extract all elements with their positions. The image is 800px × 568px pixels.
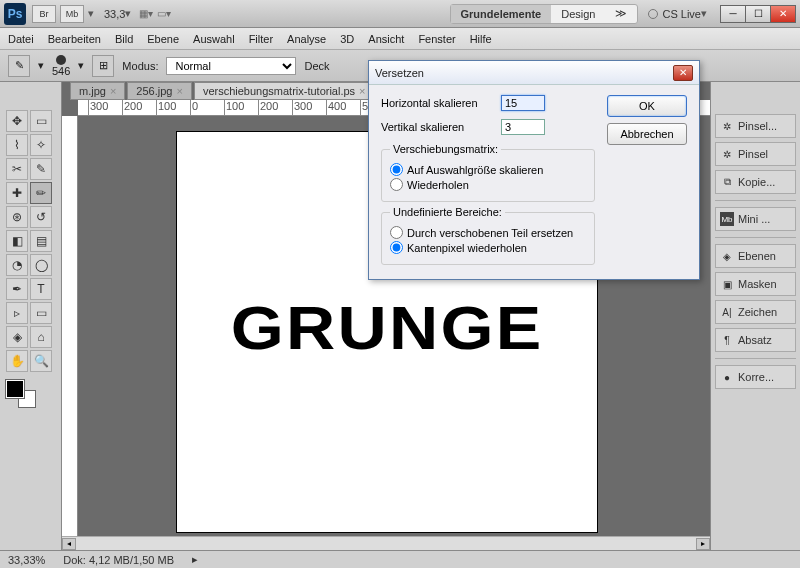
dialog-titlebar[interactable]: Versetzen ✕ (369, 61, 699, 85)
toolbox: ✥ ▭ ⌇ ✧ ✂ ✎ ✚ ✏ ⊛ ↺ ◧ ▤ ◔ ◯ ✒ T ▹ ▭ ◈ ⌂ … (0, 82, 62, 550)
blur-tool[interactable]: ◔ (6, 254, 28, 276)
wand-tool[interactable]: ✧ (30, 134, 52, 156)
v-scale-label: Vertikal skalieren (381, 121, 501, 133)
workspace-more[interactable]: ≫ (605, 5, 637, 23)
workspace-design[interactable]: Design (551, 5, 605, 23)
eyedropper-tool[interactable]: ✎ (30, 158, 52, 180)
pen-tool[interactable]: ✒ (6, 278, 28, 300)
menu-fenster[interactable]: Fenster (418, 33, 455, 45)
history-brush-tool[interactable]: ↺ (30, 206, 52, 228)
panel-pinsel[interactable]: ✲Pinsel (715, 142, 796, 166)
current-tool-icon[interactable]: ✎ (8, 55, 30, 77)
tab-tutorial[interactable]: verschiebungsmatrix-tutorial.ps× (194, 82, 375, 100)
h-scale-label: Horizontal skalieren (381, 97, 501, 109)
shape-tool[interactable]: ▭ (30, 302, 52, 324)
opacity-label: Deck (304, 60, 329, 72)
h-scale-input[interactable] (501, 95, 545, 111)
close-icon[interactable]: × (359, 85, 365, 97)
status-more-icon[interactable]: ▸ (192, 553, 198, 566)
panel-pinsel-presets[interactable]: ✲Pinsel... (715, 114, 796, 138)
menu-ansicht[interactable]: Ansicht (368, 33, 404, 45)
app-logo: Ps (4, 3, 26, 25)
v-scale-input[interactable] (501, 119, 545, 135)
color-swatches[interactable] (6, 380, 46, 410)
menu-hilfe[interactable]: Hilfe (470, 33, 492, 45)
displacement-legend: Verschiebungsmatrix: (390, 143, 501, 155)
eraser-tool[interactable]: ◧ (6, 230, 28, 252)
stamp-tool[interactable]: ⊛ (6, 206, 28, 228)
menu-bearbeiten[interactable]: Bearbeiten (48, 33, 101, 45)
close-button[interactable]: ✕ (770, 5, 796, 23)
status-bar: 33,33% Dok: 4,12 MB/1,50 MB ▸ (0, 550, 800, 568)
menu-bild[interactable]: Bild (115, 33, 133, 45)
menu-auswahl[interactable]: Auswahl (193, 33, 235, 45)
path-tool[interactable]: ▹ (6, 302, 28, 324)
crop-tool[interactable]: ✂ (6, 158, 28, 180)
undefined-legend: Undefinierte Bereiche: (390, 206, 505, 218)
brush-panel-toggle[interactable]: ⊞ (92, 55, 114, 77)
minimize-button[interactable]: ─ (720, 5, 746, 23)
cslive-icon (648, 9, 658, 19)
scrollbar-horizontal[interactable]: ◂ ▸ (62, 536, 710, 550)
window-controls: ─ ☐ ✕ (721, 5, 796, 23)
menu-filter[interactable]: Filter (249, 33, 273, 45)
panel-minibridge[interactable]: MbMini ... (715, 207, 796, 231)
blend-mode-select[interactable]: Normal (166, 57, 296, 75)
panel-ebenen[interactable]: ◈Ebenen (715, 244, 796, 268)
mb-icon: Mb (720, 212, 734, 226)
panel-zeichen[interactable]: A|Zeichen (715, 300, 796, 324)
radio-tile[interactable] (390, 178, 403, 191)
fg-color[interactable] (6, 380, 24, 398)
move-tool[interactable]: ✥ (6, 110, 28, 132)
radio-stretch[interactable] (390, 163, 403, 176)
screen-mode-icon[interactable]: ▭▾ (157, 8, 171, 19)
heal-tool[interactable]: ✚ (6, 182, 28, 204)
panel-absatz[interactable]: ¶Absatz (715, 328, 796, 352)
scroll-right-icon[interactable]: ▸ (696, 538, 710, 550)
zoom-dropdown-icon[interactable]: ▾ (125, 7, 135, 20)
workspace-grundelemente[interactable]: Grundelemente (451, 5, 552, 23)
scroll-left-icon[interactable]: ◂ (62, 538, 76, 550)
view-arrange-icon[interactable]: ▦▾ (139, 8, 153, 19)
radio-wrap[interactable] (390, 226, 403, 239)
dialog-close-button[interactable]: ✕ (673, 65, 693, 81)
gradient-tool[interactable]: ▤ (30, 230, 52, 252)
zoom-tool[interactable]: 🔍 (30, 350, 52, 372)
radio-tile-label: Wiederholen (407, 179, 469, 191)
undefined-group: Undefinierte Bereiche: Durch verschobene… (381, 206, 595, 265)
close-icon[interactable]: × (176, 85, 182, 97)
dodge-tool[interactable]: ◯ (30, 254, 52, 276)
maximize-button[interactable]: ☐ (745, 5, 771, 23)
panel-kopie[interactable]: ⧉Kopie... (715, 170, 796, 194)
lasso-tool[interactable]: ⌇ (6, 134, 28, 156)
bridge-button[interactable]: Br (32, 5, 56, 23)
zoom-level[interactable]: 33,3 (104, 8, 125, 20)
status-docsize[interactable]: Dok: 4,12 MB/1,50 MB (63, 554, 174, 566)
ruler-vertical (62, 116, 78, 550)
cancel-button[interactable]: Abbrechen (607, 123, 687, 145)
type-tool[interactable]: T (30, 278, 52, 300)
hand-tool[interactable]: ✋ (6, 350, 28, 372)
ok-button[interactable]: OK (607, 95, 687, 117)
dropdown-arrow-icon[interactable]: ▾ (88, 7, 98, 20)
status-zoom[interactable]: 33,33% (8, 554, 45, 566)
versetzen-dialog: Versetzen ✕ Horizontal skalieren Vertika… (368, 60, 700, 280)
minibridge-button[interactable]: Mb (60, 5, 84, 23)
brush-tool[interactable]: ✏ (30, 182, 52, 204)
panel-korrekturen[interactable]: ●Korre... (715, 365, 796, 389)
tab-m-jpg[interactable]: m.jpg× (70, 82, 125, 100)
menu-datei[interactable]: Datei (8, 33, 34, 45)
marquee-tool[interactable]: ▭ (30, 110, 52, 132)
menu-ebene[interactable]: Ebene (147, 33, 179, 45)
menu-3d[interactable]: 3D (340, 33, 354, 45)
brush-preset[interactable]: 546 (52, 55, 70, 77)
3d-tool[interactable]: ◈ (6, 326, 28, 348)
close-icon[interactable]: × (110, 85, 116, 97)
displacement-group: Verschiebungsmatrix: Auf Auswahlgröße sk… (381, 143, 595, 202)
radio-repeat-edge[interactable] (390, 241, 403, 254)
camera-tool[interactable]: ⌂ (30, 326, 52, 348)
menu-analyse[interactable]: Analyse (287, 33, 326, 45)
tab-256-jpg[interactable]: 256.jpg× (127, 82, 192, 100)
panel-masken[interactable]: ▣Masken (715, 272, 796, 296)
cslive-button[interactable]: CS Live ▾ (648, 7, 711, 20)
